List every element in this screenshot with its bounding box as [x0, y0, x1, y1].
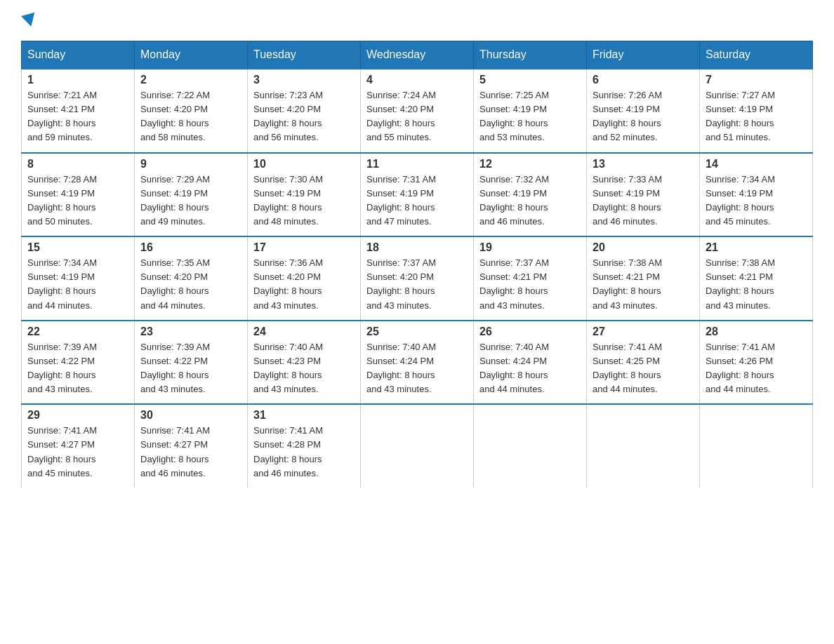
calendar-cell: 12 Sunrise: 7:32 AM Sunset: 4:19 PM Dayl… [474, 153, 587, 237]
cell-info: Sunrise: 7:40 AM Sunset: 4:24 PM Dayligh… [366, 340, 468, 397]
weekday-header-monday: Monday [135, 41, 248, 69]
calendar-cell: 7 Sunrise: 7:27 AM Sunset: 4:19 PM Dayli… [700, 69, 813, 153]
day-number: 17 [253, 241, 355, 254]
weekday-header-wednesday: Wednesday [361, 41, 474, 69]
calendar-week-row: 15 Sunrise: 7:34 AM Sunset: 4:19 PM Dayl… [22, 236, 813, 321]
cell-info: Sunrise: 7:41 AM Sunset: 4:27 PM Dayligh… [27, 424, 128, 481]
cell-info: Sunrise: 7:22 AM Sunset: 4:20 PM Dayligh… [140, 88, 241, 145]
cell-info: Sunrise: 7:33 AM Sunset: 4:19 PM Dayligh… [593, 173, 694, 229]
calendar-week-row: 1 Sunrise: 7:21 AM Sunset: 4:21 PM Dayli… [22, 69, 813, 153]
day-number: 23 [140, 326, 241, 338]
weekday-header-thursday: Thursday [474, 41, 587, 69]
cell-info: Sunrise: 7:34 AM Sunset: 4:19 PM Dayligh… [27, 256, 128, 313]
calendar-cell [700, 404, 813, 488]
weekday-header-sunday: Sunday [22, 41, 135, 69]
cell-info: Sunrise: 7:41 AM Sunset: 4:25 PM Dayligh… [593, 340, 694, 397]
day-number: 12 [479, 158, 581, 170]
day-number: 25 [366, 326, 468, 338]
cell-info: Sunrise: 7:21 AM Sunset: 4:21 PM Dayligh… [27, 88, 128, 145]
calendar-cell: 21 Sunrise: 7:38 AM Sunset: 4:21 PM Dayl… [700, 236, 813, 321]
calendar-cell: 9 Sunrise: 7:29 AM Sunset: 4:19 PM Dayli… [135, 153, 248, 237]
day-number: 19 [479, 241, 581, 254]
cell-info: Sunrise: 7:28 AM Sunset: 4:19 PM Dayligh… [27, 173, 128, 229]
cell-info: Sunrise: 7:24 AM Sunset: 4:20 PM Dayligh… [366, 88, 468, 145]
calendar-cell: 8 Sunrise: 7:28 AM Sunset: 4:19 PM Dayli… [22, 153, 135, 237]
cell-info: Sunrise: 7:30 AM Sunset: 4:19 PM Dayligh… [253, 173, 355, 229]
calendar-cell: 5 Sunrise: 7:25 AM Sunset: 4:19 PM Dayli… [474, 69, 587, 153]
calendar-cell: 25 Sunrise: 7:40 AM Sunset: 4:24 PM Dayl… [361, 321, 474, 405]
weekday-header-saturday: Saturday [700, 41, 813, 69]
calendar-table: SundayMondayTuesdayWednesdayThursdayFrid… [21, 41, 813, 488]
day-number: 3 [253, 74, 355, 86]
day-number: 14 [706, 158, 807, 170]
day-number: 30 [140, 409, 241, 422]
calendar-cell: 16 Sunrise: 7:35 AM Sunset: 4:20 PM Dayl… [135, 236, 248, 321]
calendar-week-row: 8 Sunrise: 7:28 AM Sunset: 4:19 PM Dayli… [22, 153, 813, 237]
day-number: 20 [593, 241, 694, 254]
cell-info: Sunrise: 7:23 AM Sunset: 4:20 PM Dayligh… [253, 88, 355, 145]
calendar-cell: 28 Sunrise: 7:41 AM Sunset: 4:26 PM Dayl… [700, 321, 813, 405]
calendar-cell: 17 Sunrise: 7:36 AM Sunset: 4:20 PM Dayl… [248, 236, 361, 321]
weekday-header-friday: Friday [587, 41, 700, 69]
day-number: 7 [706, 74, 807, 86]
cell-info: Sunrise: 7:38 AM Sunset: 4:21 PM Dayligh… [593, 256, 694, 313]
cell-info: Sunrise: 7:38 AM Sunset: 4:21 PM Dayligh… [706, 256, 807, 313]
cell-info: Sunrise: 7:32 AM Sunset: 4:19 PM Dayligh… [479, 173, 581, 229]
cell-info: Sunrise: 7:25 AM Sunset: 4:19 PM Dayligh… [479, 88, 581, 145]
cell-info: Sunrise: 7:41 AM Sunset: 4:26 PM Dayligh… [706, 340, 807, 397]
day-number: 27 [593, 326, 694, 338]
calendar-cell: 6 Sunrise: 7:26 AM Sunset: 4:19 PM Dayli… [587, 69, 700, 153]
cell-info: Sunrise: 7:26 AM Sunset: 4:19 PM Dayligh… [593, 88, 694, 145]
cell-info: Sunrise: 7:36 AM Sunset: 4:20 PM Dayligh… [253, 256, 355, 313]
day-number: 16 [140, 241, 241, 254]
calendar-week-row: 29 Sunrise: 7:41 AM Sunset: 4:27 PM Dayl… [22, 404, 813, 488]
weekday-header-row: SundayMondayTuesdayWednesdayThursdayFrid… [22, 41, 813, 69]
calendar-cell: 13 Sunrise: 7:33 AM Sunset: 4:19 PM Dayl… [587, 153, 700, 237]
cell-info: Sunrise: 7:39 AM Sunset: 4:22 PM Dayligh… [27, 340, 128, 397]
cell-info: Sunrise: 7:37 AM Sunset: 4:20 PM Dayligh… [366, 256, 468, 313]
logo-area [21, 14, 37, 27]
calendar-week-row: 22 Sunrise: 7:39 AM Sunset: 4:22 PM Dayl… [22, 321, 813, 405]
day-number: 29 [27, 409, 128, 422]
calendar-cell: 20 Sunrise: 7:38 AM Sunset: 4:21 PM Dayl… [587, 236, 700, 321]
cell-info: Sunrise: 7:41 AM Sunset: 4:27 PM Dayligh… [140, 424, 241, 481]
day-number: 18 [366, 241, 468, 254]
day-number: 1 [27, 74, 128, 86]
day-number: 2 [140, 74, 241, 86]
calendar-cell: 27 Sunrise: 7:41 AM Sunset: 4:25 PM Dayl… [587, 321, 700, 405]
calendar-cell: 18 Sunrise: 7:37 AM Sunset: 4:20 PM Dayl… [361, 236, 474, 321]
calendar-cell: 4 Sunrise: 7:24 AM Sunset: 4:20 PM Dayli… [361, 69, 474, 153]
day-number: 9 [140, 158, 241, 170]
day-number: 5 [479, 74, 581, 86]
calendar-cell: 24 Sunrise: 7:40 AM Sunset: 4:23 PM Dayl… [248, 321, 361, 405]
day-number: 24 [253, 326, 355, 338]
cell-info: Sunrise: 7:39 AM Sunset: 4:22 PM Dayligh… [140, 340, 241, 397]
cell-info: Sunrise: 7:34 AM Sunset: 4:19 PM Dayligh… [706, 173, 807, 229]
cell-info: Sunrise: 7:29 AM Sunset: 4:19 PM Dayligh… [140, 173, 241, 229]
cell-info: Sunrise: 7:31 AM Sunset: 4:19 PM Dayligh… [366, 173, 468, 229]
day-number: 8 [27, 158, 128, 170]
calendar-cell: 29 Sunrise: 7:41 AM Sunset: 4:27 PM Dayl… [22, 404, 135, 488]
logo [21, 14, 37, 29]
calendar-cell [587, 404, 700, 488]
day-number: 13 [593, 158, 694, 170]
day-number: 22 [27, 326, 128, 338]
calendar-cell: 1 Sunrise: 7:21 AM Sunset: 4:21 PM Dayli… [22, 69, 135, 153]
day-number: 21 [706, 241, 807, 254]
calendar-cell: 2 Sunrise: 7:22 AM Sunset: 4:20 PM Dayli… [135, 69, 248, 153]
calendar-cell: 15 Sunrise: 7:34 AM Sunset: 4:19 PM Dayl… [22, 236, 135, 321]
day-number: 4 [366, 74, 468, 86]
cell-info: Sunrise: 7:35 AM Sunset: 4:20 PM Dayligh… [140, 256, 241, 313]
weekday-header-tuesday: Tuesday [248, 41, 361, 69]
calendar-cell: 22 Sunrise: 7:39 AM Sunset: 4:22 PM Dayl… [22, 321, 135, 405]
calendar-cell [474, 404, 587, 488]
cell-info: Sunrise: 7:37 AM Sunset: 4:21 PM Dayligh… [479, 256, 581, 313]
calendar-cell: 3 Sunrise: 7:23 AM Sunset: 4:20 PM Dayli… [248, 69, 361, 153]
cell-info: Sunrise: 7:40 AM Sunset: 4:23 PM Dayligh… [253, 340, 355, 397]
day-number: 6 [593, 74, 694, 86]
calendar-cell: 26 Sunrise: 7:40 AM Sunset: 4:24 PM Dayl… [474, 321, 587, 405]
cell-info: Sunrise: 7:40 AM Sunset: 4:24 PM Dayligh… [479, 340, 581, 397]
day-number: 28 [706, 326, 807, 338]
day-number: 15 [27, 241, 128, 254]
day-number: 26 [479, 326, 581, 338]
